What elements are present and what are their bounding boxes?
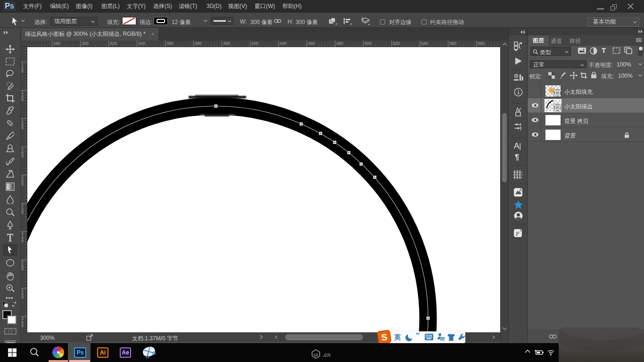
svg-text:.cn: .cn — [322, 352, 330, 358]
svg-text:F: F — [515, 230, 520, 237]
svg-text:24: 24 — [441, 337, 445, 341]
svg-text:UI: UI — [314, 352, 318, 357]
